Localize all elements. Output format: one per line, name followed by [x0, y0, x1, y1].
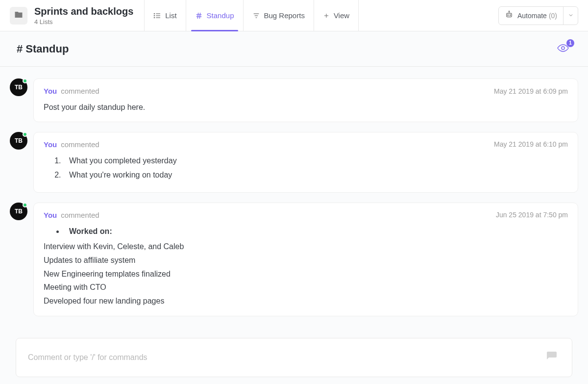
view-tabs: List Standup Bug Reports View [144, 0, 359, 31]
comment-author[interactable]: You [44, 140, 57, 149]
svg-line-8 [197, 13, 198, 19]
tab-list-label: List [165, 11, 176, 20]
tab-bug-reports[interactable]: Bug Reports [243, 0, 314, 31]
svg-point-16 [508, 15, 509, 16]
list-item: What you're working on today [63, 169, 568, 181]
avatar-initials: TB [15, 137, 23, 144]
plus-icon [323, 12, 330, 19]
comment-card: You commented Jun 25 2019 at 7:50 pm Wor… [33, 203, 578, 317]
eye-icon [555, 47, 571, 55]
top-bar: Sprints and backlogs 4 Lists List Standu… [0, 0, 588, 31]
comment-action: commented [61, 140, 99, 149]
title-block: Sprints and backlogs 4 Lists [34, 5, 133, 26]
tab-bug-reports-label: Bug Reports [264, 11, 305, 20]
avatar[interactable]: TB [10, 78, 27, 96]
tab-view-label: View [334, 11, 349, 20]
page-title: Sprints and backlogs [34, 5, 133, 17]
presence-indicator [23, 203, 27, 207]
svg-point-19 [509, 11, 510, 12]
svg-point-20 [562, 47, 564, 50]
ordered-list: What you completed yesterday What you're… [44, 154, 568, 181]
page-subtitle: 4 Lists [34, 18, 133, 26]
comment-card: You commented May 21 2019 at 6:10 pm Wha… [33, 132, 578, 193]
svg-line-9 [199, 13, 200, 19]
tab-standup-label: Standup [207, 11, 234, 20]
hash-icon [195, 12, 203, 20]
svg-point-4 [154, 15, 155, 16]
comment-author[interactable]: You [44, 87, 57, 95]
folder-icon [14, 10, 23, 21]
comment-feed: TB You commented May 21 2019 at 6:09 pm … [0, 67, 588, 384]
comment-action: commented [61, 87, 99, 95]
automate-dropdown[interactable] [563, 7, 578, 25]
comment-text: Post your daily standup here. [44, 101, 568, 114]
bullet-list: Worked on: [44, 225, 568, 238]
watchers-button[interactable]: 1 [555, 42, 571, 56]
comment-post: TB You commented Jun 25 2019 at 7:50 pm … [10, 203, 578, 317]
chat-bubble-icon [544, 351, 559, 364]
line-item: Updates to affiliate system [44, 254, 568, 267]
presence-indicator [23, 132, 27, 137]
comment-timestamp: May 21 2019 at 6:09 pm [494, 87, 568, 95]
line-item: Interview with Kevin, Celeste, and Caleb [44, 240, 568, 253]
watchers-count: 1 [566, 39, 574, 47]
list-item: What you completed yesterday [63, 154, 568, 167]
svg-point-5 [154, 17, 155, 18]
line-item: New Engineering templates finalized [44, 268, 568, 281]
avatar-initials: TB [15, 84, 23, 91]
comment-timestamp: May 21 2019 at 6:10 pm [494, 140, 568, 148]
chevron-down-icon [568, 11, 574, 20]
list-icon [153, 12, 161, 20]
presence-indicator [23, 78, 27, 83]
comment-post: TB You commented May 21 2019 at 6:10 pm … [10, 132, 578, 193]
avatar[interactable]: TB [10, 203, 27, 220]
svg-point-17 [510, 15, 511, 16]
automate-button[interactable]: Automate (0) [499, 7, 563, 25]
comment-card: You commented May 21 2019 at 6:09 pm Pos… [33, 78, 578, 122]
automate-count: (0) [549, 12, 557, 20]
automate-label: Automate [517, 12, 547, 20]
comment-timestamp: Jun 25 2019 at 7:50 pm [496, 211, 568, 219]
send-button[interactable] [543, 351, 560, 364]
channel-title: # Standup [17, 43, 69, 55]
avatar[interactable]: TB [10, 132, 27, 150]
svg-point-3 [154, 13, 155, 14]
comment-post: TB You commented May 21 2019 at 6:09 pm … [10, 78, 578, 122]
tab-add-view[interactable]: View [314, 0, 359, 31]
sub-header: # Standup 1 [0, 31, 588, 67]
folder-button[interactable] [10, 7, 27, 25]
bullet-heading: Worked on: [64, 225, 568, 238]
filter-icon [252, 12, 260, 20]
avatar-initials: TB [15, 208, 23, 215]
robot-icon [505, 10, 514, 21]
comment-input[interactable] [28, 353, 543, 362]
comment-composer [16, 338, 572, 377]
comment-action: commented [61, 211, 99, 219]
tab-standup[interactable]: Standup [186, 0, 243, 31]
tab-list[interactable]: List [144, 0, 185, 31]
comment-author[interactable]: You [44, 211, 57, 219]
line-item: Meeting with CTO [44, 281, 568, 294]
line-item: Developed four new landing pages [44, 295, 568, 307]
automate-group: Automate (0) [498, 6, 578, 25]
work-lines: Interview with Kevin, Celeste, and Caleb… [44, 240, 568, 307]
